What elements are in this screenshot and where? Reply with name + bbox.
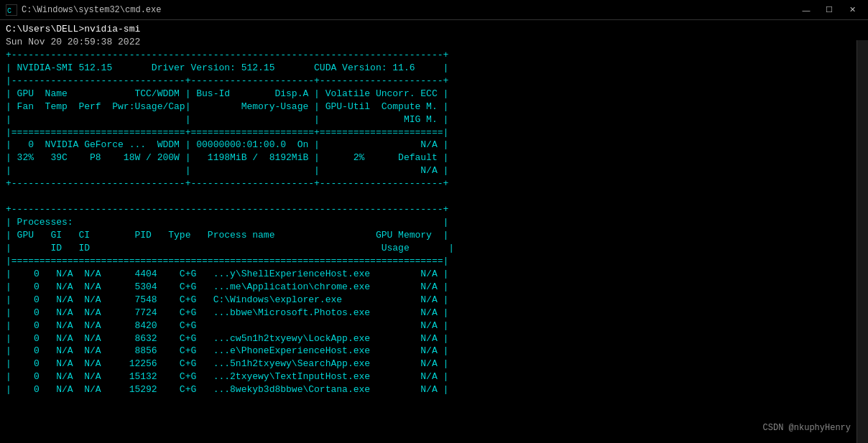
proc-row-5: | 0 N/A N/A 8632 C+G ...cw5n1h2txyewy\Lo… (6, 332, 862, 345)
proc-sep: |=======================================… (6, 255, 862, 268)
smi-col-header1: | GPU Name TCC/WDDM | Bus-Id Disp.A | Vo… (6, 88, 862, 101)
cmd-icon: C (6, 4, 17, 16)
smi-info-line: | NVIDIA-SMI 512.15 Driver Version: 512.… (6, 62, 862, 75)
smi-header-top: +---------------------------------------… (6, 49, 862, 62)
proc-row-8: | 0 N/A N/A 15132 C+G ...2txyewy\TextInp… (6, 370, 862, 383)
gpu-line3: | | | N/A | (6, 164, 862, 177)
svg-text:C: C (7, 7, 11, 15)
titlebar-left: C C:\Windows\system32\cmd.exe (6, 4, 161, 16)
proc-row-6: | 0 N/A N/A 8856 C+G ...e\PhoneExperienc… (6, 345, 862, 358)
proc-row-1: | 0 N/A N/A 5304 C+G ...me\Application\c… (6, 281, 862, 294)
date-line: Sun Nov 20 20:59:38 2022 (6, 36, 862, 49)
smi-footer: +-------------------------------+-------… (6, 177, 862, 190)
gpu-line2: | 32% 39C P8 18W / 200W | 1198MiB / 8192… (6, 151, 862, 164)
proc-header: +---------------------------------------… (6, 203, 862, 216)
terminal-body: C:\Users\DELL>nvidia-smi Sun Nov 20 20:5… (0, 20, 868, 443)
gpu-line1: | 0 NVIDIA GeForce ... WDDM | 00000000:0… (6, 139, 862, 151)
smi-sep1: |-------------------------------+-------… (6, 75, 862, 88)
proc-col: | GPU GI CI PID Type Process name GPU Me… (6, 229, 862, 242)
proc-col2: | ID ID Usage | (6, 242, 862, 255)
scrollbar[interactable] (857, 40, 868, 443)
minimize-button[interactable]: — (796, 3, 816, 17)
smi-col-header2: | Fan Temp Perf Pwr:Usage/Cap| Memory-Us… (6, 101, 862, 113)
proc-label: | Processes: | (6, 216, 862, 229)
smi-col-header3: | | | MIG M. | (6, 113, 862, 126)
proc-row-7: | 0 N/A N/A 12256 C+G ...5n1h2txyewy\Sea… (6, 358, 862, 370)
close-button[interactable]: ✕ (842, 3, 862, 17)
proc-row-4: | 0 N/A N/A 8420 C+G N/A | (6, 320, 862, 332)
prompt-line: C:\Users\DELL>nvidia-smi (6, 23, 862, 36)
window-title: C:\Windows\system32\cmd.exe (22, 5, 161, 15)
maximize-button[interactable]: ☐ (819, 3, 839, 17)
proc-row-9: | 0 N/A N/A 15292 C+G ...8wekyb3d8bbwe\C… (6, 383, 862, 396)
titlebar: C C:\Windows\system32\cmd.exe — ☐ ✕ (0, 0, 868, 20)
blank-line (6, 190, 862, 203)
proc-row-0: | 0 N/A N/A 4404 C+G ...y\ShellExperienc… (6, 268, 862, 281)
window-controls: — ☐ ✕ (796, 3, 862, 17)
proc-row-3: | 0 N/A N/A 7724 C+G ...bbwe\Microsoft.P… (6, 307, 862, 320)
smi-sep2: |===============================+=======… (6, 126, 862, 139)
watermark: CSDN @nkuphyHenry (763, 422, 851, 434)
proc-row-2: | 0 N/A N/A 7548 C+G C:\Windows\explorer… (6, 294, 862, 307)
